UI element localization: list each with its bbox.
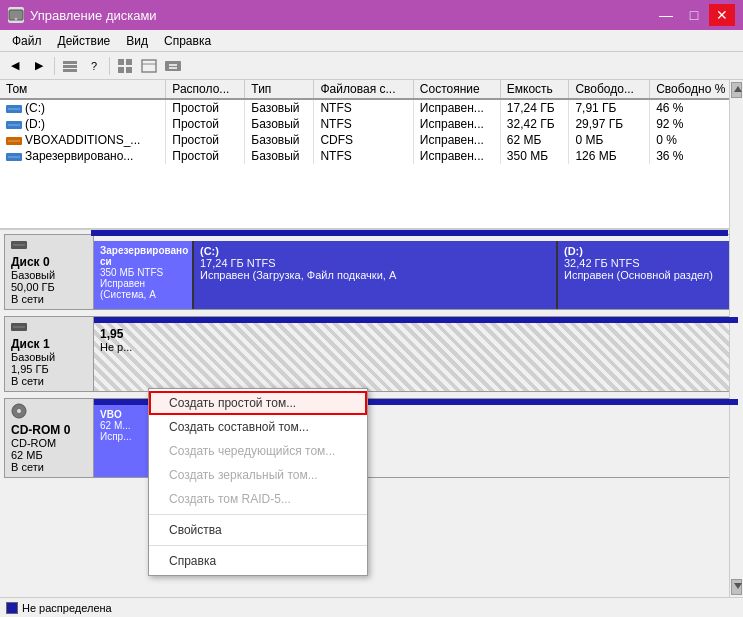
cell-status: Исправен... <box>413 116 500 132</box>
disk-1-name: Диск 1 <box>11 337 87 351</box>
partition-d-name: (D:) <box>564 245 732 257</box>
disk-cd-size: 62 МБ <box>11 449 87 461</box>
partition-reserved-name: Зарезервировано си <box>100 245 186 267</box>
toolbar-sep2 <box>109 57 110 75</box>
cell-fs: NTFS <box>314 148 413 164</box>
disk-0-status: В сети <box>11 293 87 305</box>
toolbar-help[interactable]: ? <box>83 55 105 77</box>
svg-rect-7 <box>118 67 124 73</box>
ctx-create-mirror: Создать зеркальный том... <box>149 463 367 487</box>
close-button[interactable]: ✕ <box>709 4 735 26</box>
partition-unalloc[interactable]: 1,95 Не р... <box>94 323 738 391</box>
maximize-button[interactable]: □ <box>681 4 707 26</box>
svg-point-27 <box>17 409 21 413</box>
col-capacity: Емкость <box>500 80 569 99</box>
disk-row-0: Диск 0 Базовый 50,00 ГБ В сети Зарезерви… <box>4 234 739 310</box>
partition-reserved-size: 350 МБ NTFS <box>100 267 186 278</box>
unalloc-size: 1,95 <box>100 327 732 341</box>
col-layout: Располо... <box>166 80 245 99</box>
partition-c-size: 17,24 ГБ NTFS <box>200 257 550 269</box>
partition-c-name: (C:) <box>200 245 550 257</box>
cell-fs: NTFS <box>314 99 413 116</box>
title-bar-left: Управление дисками <box>8 7 157 23</box>
cell-capacity: 62 МБ <box>500 132 569 148</box>
disk-row-cd: CD-ROM 0 CD-ROM 62 МБ В сети VBO 62 М...… <box>4 398 739 478</box>
svg-marker-28 <box>734 86 742 92</box>
status-bar: Не распределена <box>0 597 743 617</box>
ctx-create-striped: Создать чередующийся том... <box>149 439 367 463</box>
menu-view[interactable]: Вид <box>118 32 156 50</box>
disk-0-type: Базовый <box>11 269 87 281</box>
cell-layout: Простой <box>166 99 245 116</box>
ctx-help[interactable]: Справка <box>149 549 367 573</box>
table-row[interactable]: Зарезервировано... Простой Базовый NTFS … <box>0 148 743 164</box>
cell-status: Исправен... <box>413 148 500 164</box>
cell-fs: NTFS <box>314 116 413 132</box>
disk-1-size: 1,95 ГБ <box>11 363 87 375</box>
cell-free: 126 МБ <box>569 148 650 164</box>
cd-icon <box>11 403 87 421</box>
disk-cd-status: В сети <box>11 461 87 473</box>
unalloc-status: Не р... <box>100 341 732 353</box>
menu-bar: Файл Действие Вид Справка <box>0 30 743 52</box>
disk-1-icon <box>11 321 87 335</box>
scrollbar-track[interactable] <box>729 80 743 597</box>
ctx-create-simple[interactable]: Создать простой том... <box>149 391 367 415</box>
disk-icon <box>11 239 87 253</box>
col-fs: Файловая с... <box>314 80 413 99</box>
legend-label-unalloc: Не распределена <box>22 602 112 614</box>
menu-help[interactable]: Справка <box>156 32 219 50</box>
svg-point-1 <box>15 18 18 21</box>
context-menu[interactable]: Создать простой том... Создать составной… <box>148 388 368 576</box>
table-row[interactable]: (D:) Простой Базовый NTFS Исправен... 32… <box>0 116 743 132</box>
menu-file[interactable]: Файл <box>4 32 50 50</box>
partition-c-status: Исправен (Загрузка, Файл подкачки, А <box>200 269 550 281</box>
partition-reserved[interactable]: Зарезервировано си 350 МБ NTFS Исправен … <box>94 241 194 309</box>
cell-free: 0 МБ <box>569 132 650 148</box>
toolbar: ◀ ▶ ? <box>0 52 743 80</box>
minimize-button[interactable]: — <box>653 4 679 26</box>
scroll-down-button[interactable] <box>731 579 742 595</box>
partition-d-size: 32,42 ГБ NTFS <box>564 257 732 269</box>
svg-rect-4 <box>63 69 77 72</box>
table-row[interactable]: (C:) Простой Базовый NTFS Исправен... 17… <box>0 99 743 116</box>
ctx-create-spanned[interactable]: Создать составной том... <box>149 415 367 439</box>
partition-d-status: Исправен (Основной раздел) <box>564 269 732 281</box>
partition-c[interactable]: (C:) 17,24 ГБ NTFS Исправен (Загрузка, Ф… <box>194 241 558 309</box>
table-row[interactable]: VBOXADDITIONS_... Простой Базовый CDFS И… <box>0 132 743 148</box>
scroll-up-button[interactable] <box>731 82 742 98</box>
col-free: Свободо... <box>569 80 650 99</box>
cell-status: Исправен... <box>413 132 500 148</box>
app-window: Управление дисками — □ ✕ Файл Действие В… <box>0 0 743 617</box>
toolbar-btn5[interactable] <box>162 55 184 77</box>
partition-d[interactable]: (D:) 32,42 ГБ NTFS Исправен (Основной ра… <box>558 241 738 309</box>
disk-1-header-stripe <box>94 317 738 323</box>
legend-color-unalloc <box>6 602 18 614</box>
disk-map-area[interactable]: Диск 0 Базовый 50,00 ГБ В сети Зарезерви… <box>0 230 743 597</box>
toolbar-btn4[interactable] <box>138 55 160 77</box>
cell-type: Базовый <box>245 99 314 116</box>
disk-1-type: Базовый <box>11 351 87 363</box>
cell-volume: VBOXADDITIONS_... <box>0 132 166 148</box>
menu-action[interactable]: Действие <box>50 32 119 50</box>
cell-status: Исправен... <box>413 99 500 116</box>
svg-rect-2 <box>63 61 77 64</box>
col-status: Состояние <box>413 80 500 99</box>
svg-rect-11 <box>165 61 181 71</box>
cell-volume: Зарезервировано... <box>0 148 166 164</box>
disk-row-1: Диск 1 Базовый 1,95 ГБ В сети 1,95 Не р.… <box>4 316 739 392</box>
cell-type: Базовый <box>245 148 314 164</box>
svg-rect-6 <box>126 59 132 65</box>
toolbar-back[interactable]: ◀ <box>4 55 26 77</box>
title-bar: Управление дисками — □ ✕ <box>0 0 743 30</box>
col-type: Тип <box>245 80 314 99</box>
col-volume: Том <box>0 80 166 99</box>
ctx-create-raid5: Создать том RAID-5... <box>149 487 367 511</box>
toolbar-btn3[interactable] <box>114 55 136 77</box>
ctx-properties[interactable]: Свойства <box>149 518 367 542</box>
toolbar-disk-list[interactable] <box>59 55 81 77</box>
cell-capacity: 17,24 ГБ <box>500 99 569 116</box>
cell-type: Базовый <box>245 116 314 132</box>
toolbar-forward[interactable]: ▶ <box>28 55 50 77</box>
partition-reserved-status: Исправен (Система, А <box>100 278 186 300</box>
